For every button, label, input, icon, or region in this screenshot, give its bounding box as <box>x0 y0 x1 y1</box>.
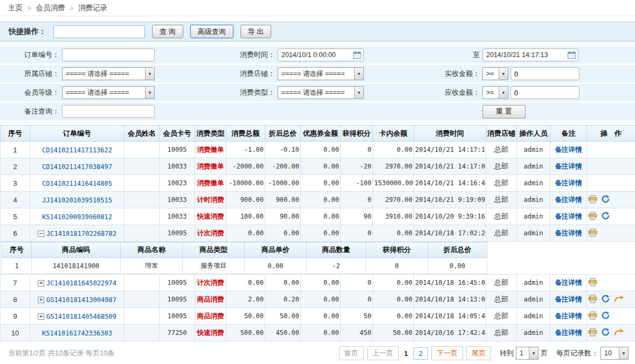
sub-table-cell: 理发 <box>121 258 183 274</box>
remark-detail-link[interactable]: 备注详情 <box>555 296 582 303</box>
consume-type-select[interactable]: ===== 请选择 ===== ▼ <box>278 86 364 99</box>
order-no-link[interactable]: CD1410211417038497 <box>42 163 112 171</box>
actual-amount-input[interactable] <box>510 67 579 80</box>
undo-icon[interactable] <box>602 328 610 338</box>
order-no-link[interactable]: GS1410181405468509 <box>46 313 116 320</box>
reset-button[interactable]: 重 置 <box>482 105 526 118</box>
calendar-icon[interactable] <box>568 51 576 59</box>
export-button[interactable]: 导 出 <box>240 25 272 38</box>
sub-table-row: 1141018141900理发服务项目0.00-200.00 <box>2 258 487 274</box>
order-no-link[interactable]: CD1410211417113622 <box>42 146 112 154</box>
order-no-cell: −JC1410181702268782 <box>30 225 125 242</box>
actions-cell <box>587 208 635 225</box>
print-icon[interactable] <box>588 295 597 305</box>
page-2-button[interactable]: 2 <box>413 347 428 360</box>
discounted-price-cell: 450.00 <box>265 325 301 341</box>
consume-store-select[interactable]: ===== 请选择 ===== ▼ <box>278 67 364 80</box>
collapse-icon[interactable]: − <box>38 230 44 237</box>
points-earned-cell: 0 <box>341 142 373 158</box>
quick-search-input[interactable] <box>53 25 145 38</box>
order-no-link[interactable]: JC1410181702268782 <box>46 230 116 237</box>
remark-detail-link[interactable]: 备注详情 <box>555 213 582 220</box>
last-page-button[interactable]: 尾页 <box>466 346 491 360</box>
query-button[interactable]: 查 询 <box>152 25 183 38</box>
operator-cell: admin <box>517 142 550 158</box>
coupon-amount-cell: 0.00 <box>301 158 341 175</box>
print-icon[interactable] <box>588 212 597 222</box>
print-icon[interactable] <box>588 328 597 338</box>
consume-time-to-value: 2014/10/21 14:17:13 <box>486 51 565 59</box>
first-page-button[interactable]: 首页 <box>339 346 364 360</box>
card-no-cell: 10023 <box>160 175 195 192</box>
remark-detail-link[interactable]: 备注详情 <box>555 179 582 187</box>
pagination-controls: 首页 上一页 1 2 下一页 尾页 转到 1 ▼ 页 每页记录数： 10 ▼ <box>339 346 629 360</box>
undo-icon[interactable] <box>602 212 610 221</box>
prev-page-button[interactable]: 上一页 <box>367 346 399 360</box>
print-icon[interactable] <box>588 311 597 321</box>
undo-icon[interactable] <box>602 195 610 205</box>
remark-cell: 备注详情 <box>550 275 587 291</box>
remark-detail-link[interactable]: 备注详情 <box>555 312 582 320</box>
calendar-icon[interactable] <box>353 51 361 59</box>
remark-detail-link[interactable]: 备注详情 <box>555 279 582 286</box>
expand-icon[interactable]: + <box>38 280 44 286</box>
remark-detail-link[interactable]: 备注详情 <box>555 146 582 153</box>
breadcrumb-home[interactable]: 主页 <box>8 3 23 13</box>
sub-table-cell: -2 <box>307 258 366 274</box>
row-index: 10 <box>1 325 30 341</box>
order-no-input[interactable] <box>62 48 155 61</box>
table-body: 1CD141021141711362210095消费撤单-1.00-0.100.… <box>1 142 635 341</box>
remark-detail-link[interactable]: 备注详情 <box>555 163 582 170</box>
coupon-amount-cell: 0.00 <box>301 225 341 242</box>
row-index: 7 <box>1 275 30 291</box>
order-no-link[interactable]: CD1410211416414805 <box>42 180 112 187</box>
remark-detail-link[interactable]: 备注详情 <box>555 229 582 237</box>
return-icon[interactable] <box>614 295 624 304</box>
member-name-cell <box>125 175 160 192</box>
remark-input[interactable] <box>62 105 155 118</box>
column-header: 会员姓名 <box>125 125 160 142</box>
order-no-link[interactable]: KS1410161742336303 <box>42 330 112 337</box>
consume-type-cell: 消费撤单 <box>195 158 226 175</box>
receivable-amount-input[interactable] <box>510 86 579 99</box>
advanced-query-button[interactable]: 高级查询 <box>190 25 233 38</box>
member-name-cell <box>125 275 160 291</box>
actual-amount-op-select[interactable]: >= ▼ <box>482 67 508 80</box>
member-level-select[interactable]: ===== 请选择 ===== ▼ <box>62 86 155 99</box>
print-icon[interactable] <box>588 195 597 205</box>
breadcrumb-member-consumption[interactable]: 会员消费 <box>36 3 65 13</box>
receivable-amount-op-select[interactable]: >= ▼ <box>482 86 508 99</box>
total-amount-cell: 0.00 <box>226 275 265 291</box>
per-page-select[interactable]: 10 ▼ <box>601 347 629 360</box>
consume-type-select-value: ===== 请选择 ===== <box>281 88 344 97</box>
own-store-select[interactable]: ===== 请选择 ===== ▼ <box>62 67 155 80</box>
goto-page-select[interactable]: 1 ▼ <box>516 347 539 360</box>
order-no-link[interactable]: GS1410181413004987 <box>46 296 116 304</box>
next-page-button[interactable]: 下一页 <box>431 346 463 360</box>
points-earned-cell: -100 <box>341 175 373 192</box>
coupon-amount-cell: 0.00 <box>301 325 341 341</box>
order-no-link[interactable]: JC1410181645022974 <box>46 279 116 287</box>
remark-detail-link[interactable]: 备注详情 <box>555 329 582 337</box>
remark-cell: 备注详情 <box>550 175 587 192</box>
card-no-cell: 10033 <box>160 192 195 208</box>
expand-icon[interactable]: + <box>38 297 44 303</box>
chevron-down-icon: ▼ <box>529 347 538 359</box>
expand-icon[interactable]: + <box>38 313 44 320</box>
consume-time-from-input[interactable]: 2014/10/1 0:00:00 <box>278 48 364 61</box>
remark-detail-link[interactable]: 备注详情 <box>555 196 582 204</box>
print-icon[interactable] <box>588 278 597 288</box>
consume-time-to-input[interactable]: 2014/10/21 14:17:13 <box>482 48 578 61</box>
points-earned-cell: 0 <box>341 291 373 308</box>
actions-cell <box>587 175 635 192</box>
undo-icon[interactable] <box>602 311 610 321</box>
card-balance-cell: 2970.00 <box>373 158 414 175</box>
order-no-link[interactable]: KS1410200939060812 <box>42 213 112 221</box>
undo-icon[interactable] <box>602 295 610 304</box>
return-icon[interactable] <box>614 328 624 337</box>
discounted-price-cell: 0.00 <box>265 225 301 242</box>
order-no-link[interactable]: JJ1410201039510515 <box>42 197 112 204</box>
consume-store-cell: 总部 <box>486 175 517 192</box>
print-icon[interactable] <box>588 228 597 239</box>
consume-store-cell: 总部 <box>486 325 517 341</box>
